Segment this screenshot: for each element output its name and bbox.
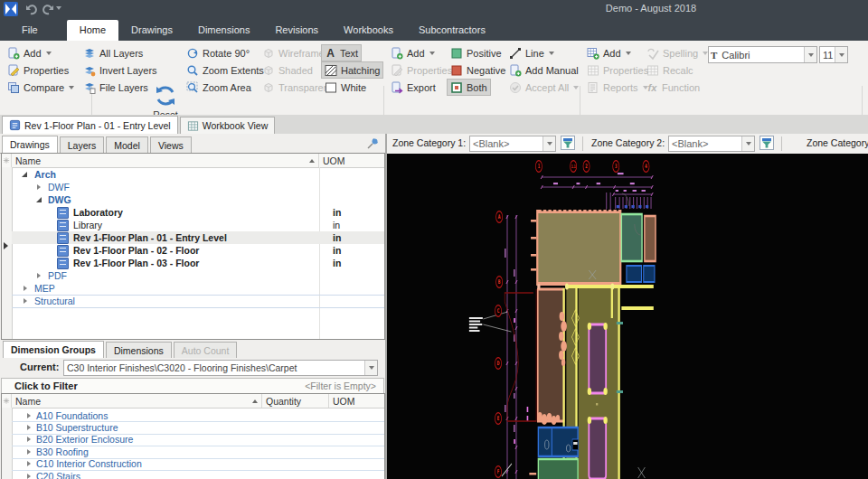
ribbon-zoom-area-button[interactable]: Zoom Area: [183, 79, 255, 96]
zone2-dropdown[interactable]: [741, 136, 754, 151]
font-tt-icon: T: [709, 50, 719, 61]
ribbon-rotate-90-button[interactable]: Rotate 90°: [183, 44, 253, 61]
ribbon-export-button[interactable]: Export: [387, 79, 439, 96]
tree-row[interactable]: Rev 1-Floor Plan - 02 - Floorin: [12, 244, 384, 257]
tree-header: Name UOM: [2, 154, 384, 168]
ribbon-drawing-properties-button[interactable]: Properties: [4, 61, 72, 79]
expander-open-icon[interactable]: [22, 172, 27, 177]
tab-drawings[interactable]: Drawings: [2, 136, 58, 153]
tree-row[interactable]: Rev 1-Floor Plan - 03 - Floorin: [12, 257, 384, 269]
tab-dimensions[interactable]: Dimensions: [106, 342, 172, 358]
ribbon-both-toggle[interactable]: Both: [447, 79, 491, 96]
ribbon-add-measure-button[interactable]: Add: [387, 44, 439, 61]
menu-subcontractors[interactable]: Subcontractors: [406, 20, 498, 41]
expander-collapsed-icon[interactable]: [37, 273, 41, 278]
tree-row[interactable]: Libraryin: [12, 219, 384, 231]
menu-revisions[interactable]: Revisions: [262, 20, 331, 41]
table-col-quantity[interactable]: Quantity: [262, 394, 329, 408]
tree-row[interactable]: DWG: [12, 193, 384, 206]
expander-collapsed-icon[interactable]: [37, 184, 41, 190]
ribbon-invert-layers-button[interactable]: Invert Layers: [80, 61, 161, 79]
font-name-combo[interactable]: T Calibri: [708, 46, 817, 63]
ribbon-zoom-extents-button[interactable]: Zoom Extents: [183, 61, 268, 79]
tree-row[interactable]: Arch: [12, 168, 384, 181]
menu-file[interactable]: File: [9, 20, 51, 41]
expander-collapsed-icon[interactable]: [27, 425, 31, 430]
expander-open-icon[interactable]: [36, 197, 42, 202]
tab-drawing-view[interactable]: Rev 1-Floor Plan - 01 - Entry Level: [2, 116, 178, 134]
ribbon-text-toggle[interactable]: AText: [321, 44, 362, 61]
table-row[interactable]: A10 Foundations: [12, 409, 384, 422]
redo-icon[interactable]: [42, 4, 54, 15]
ribbon-all-layers-button[interactable]: All Layers: [80, 44, 146, 61]
table-col-name[interactable]: Name: [12, 394, 262, 408]
tree-col-uom[interactable]: UOM: [319, 154, 384, 167]
table-row[interactable]: B10 Superstructure: [12, 421, 384, 434]
menubar: File Home Drawings Dimensions Revisions …: [0, 19, 498, 41]
expander-collapsed-icon[interactable]: [27, 437, 31, 442]
zone2-filter-icon[interactable]: [760, 136, 774, 150]
tree-row[interactable]: MEP: [12, 282, 384, 296]
tree-row[interactable]: DWF: [12, 181, 384, 193]
ribbon-compare-button[interactable]: Compare: [4, 79, 78, 96]
pin-icon[interactable]: [365, 136, 380, 151]
zone1-dropdown[interactable]: [542, 136, 555, 151]
ribbon-positive-toggle[interactable]: Positive: [447, 44, 505, 61]
zone1-combo[interactable]: <Blank>: [469, 136, 556, 152]
menu-home[interactable]: Home: [67, 20, 118, 41]
font-size-combo[interactable]: 11: [819, 46, 848, 63]
menu-dimensions[interactable]: Dimensions: [185, 20, 262, 41]
tree-row[interactable]: PDF: [12, 269, 384, 282]
separator: [781, 136, 782, 151]
tree-row[interactable]: Laboratoryin: [12, 206, 384, 219]
filter-bar[interactable]: Click to Filter <Filter is Empty>: [1, 378, 384, 394]
table-row[interactable]: C20 Stairs: [12, 470, 384, 479]
dropdown-caret-icon: [549, 52, 554, 55]
ribbon-hatching-toggle[interactable]: Hatching: [321, 61, 383, 79]
ribbon-white-toggle[interactable]: White: [321, 79, 370, 96]
add-workbook-icon: [587, 47, 599, 60]
font-name-dropdown[interactable]: [804, 47, 816, 62]
ribbon-file-layers-button[interactable]: File Layers: [80, 79, 152, 96]
tab-views[interactable]: Views: [150, 136, 192, 153]
ribbon-add-drawing-button[interactable]: Add: [4, 44, 55, 61]
floor-plan-svg: 1 1.1 2 3 4 A B C D E F: [387, 154, 868, 479]
tree-col-name[interactable]: Name: [12, 154, 319, 167]
dimension-ticks-top: [541, 175, 653, 196]
expander-collapsed-icon[interactable]: [27, 474, 31, 479]
table-col-uom[interactable]: UOM: [329, 394, 384, 408]
tab-dimension-groups[interactable]: Dimension Groups: [3, 341, 104, 358]
table-row[interactable]: B30 Roofing: [12, 446, 384, 458]
expander-collapsed-icon[interactable]: [27, 413, 31, 418]
tab-model[interactable]: Model: [106, 136, 148, 153]
current-group-combo[interactable]: C30 Interior Finishes\C3020 - Flooring F…: [63, 360, 378, 376]
tab-layers[interactable]: Layers: [60, 136, 105, 153]
ribbon-reports-button: Reports: [583, 79, 652, 96]
zone1-filter-icon[interactable]: [561, 136, 575, 150]
expander-collapsed-icon[interactable]: [27, 449, 31, 455]
table-row[interactable]: B20 Exterior Enclosure: [12, 434, 384, 446]
ribbon-add-workbook-button[interactable]: Add: [583, 44, 635, 61]
zone2-combo[interactable]: <Blank>: [668, 136, 755, 152]
current-group-dropdown[interactable]: [364, 361, 377, 375]
tree-row[interactable]: Structural: [12, 295, 384, 308]
drawing-canvas[interactable]: 1 1.1 2 3 4 A B C D E F: [387, 154, 868, 479]
tree-row-selected[interactable]: Rev 1-Floor Plan - 01 - Entry Levelin: [12, 231, 384, 244]
undo-icon[interactable]: [25, 4, 38, 15]
menu-drawings[interactable]: Drawings: [118, 20, 185, 41]
ribbon-negative-toggle[interactable]: Negative: [447, 61, 509, 79]
table-row[interactable]: C10 Interior Construction: [12, 458, 384, 471]
quick-access-dropdown-icon[interactable]: [56, 6, 61, 10]
reset-view-icon: [154, 84, 177, 108]
expander-collapsed-icon[interactable]: [27, 461, 31, 466]
menu-workbooks[interactable]: Workbooks: [331, 20, 406, 41]
drawings-tree: Name UOM Arch DWF DWG Laboratoryin Libra…: [1, 153, 385, 340]
app-logo-icon[interactable]: [4, 2, 18, 16]
ribbon-line-button[interactable]: Line: [505, 44, 558, 61]
expander-collapsed-icon[interactable]: [24, 286, 27, 291]
titlebar: Demo - August 2018 File Home Drawings Di…: [0, 0, 868, 41]
font-size-dropdown[interactable]: [835, 47, 847, 62]
expander-collapsed-icon[interactable]: [24, 298, 27, 304]
ribbon-add-manual-button[interactable]: Add Manual: [505, 61, 582, 79]
tab-workbook-view[interactable]: Workbook View: [180, 117, 276, 134]
